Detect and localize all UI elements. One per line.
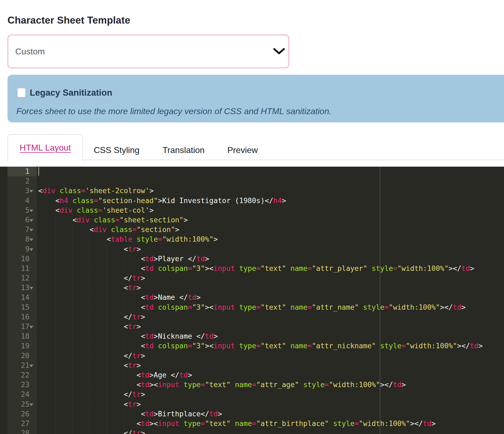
- indent-guide: [107, 361, 107, 370]
- gutter-line: 17: [7, 322, 37, 331]
- code-line[interactable]: </tr>: [38, 312, 504, 322]
- indent-guide: [107, 244, 107, 254]
- code-line[interactable]: </tr>: [38, 390, 504, 399]
- code-line[interactable]: <td colspan="3"><input type="text" name=…: [38, 341, 504, 351]
- code-editor[interactable]: 1234567891011121314151617181920212223242…: [0, 167, 504, 434]
- code-line[interactable]: <td><input type="text" name="attr_age" s…: [38, 380, 504, 390]
- code-line[interactable]: <tr>: [38, 322, 504, 331]
- fold-toggle-icon[interactable]: [29, 190, 33, 193]
- code-content[interactable]: <div class='sheet-2colrow'> <h4 class="s…: [38, 167, 504, 434]
- code-line[interactable]: <td>Player </td>: [38, 254, 504, 264]
- legacy-sanitization-checkbox[interactable]: [17, 88, 26, 98]
- code-line[interactable]: <td>Name </td>: [38, 293, 504, 302]
- indent-guide: [107, 370, 107, 380]
- gutter-line: 16: [7, 312, 37, 322]
- code-line[interactable]: <h4 class="section-head">Kid Investigato…: [38, 196, 504, 205]
- indent-guide: [55, 244, 56, 254]
- code-line[interactable]: </tr>: [38, 428, 504, 434]
- code-line[interactable]: </tr>: [38, 351, 504, 361]
- indent-guide: [73, 399, 73, 409]
- gutter-line: 28: [7, 428, 37, 434]
- fold-toggle-icon[interactable]: [29, 238, 33, 241]
- line-number: 2: [25, 176, 29, 186]
- line-number: 14: [21, 293, 29, 302]
- indent-guide: [107, 409, 107, 419]
- fold-toggle-icon[interactable]: [29, 403, 33, 406]
- line-number: 19: [21, 341, 29, 351]
- indent-guide: [73, 428, 73, 434]
- indent-guide: [107, 351, 107, 361]
- code-line[interactable]: <td><input type="text" name="attr_birthp…: [38, 419, 504, 428]
- line-number: 4: [25, 196, 29, 205]
- tab-html-layout-label: HTML Layout: [20, 143, 71, 153]
- tab-preview[interactable]: Preview: [227, 145, 258, 155]
- legacy-sanitization-description: Forces sheet to use the more limited leg…: [16, 106, 332, 116]
- code-line[interactable]: <tr>: [38, 283, 504, 293]
- code-line[interactable]: <div class='sheet-2colrow'>: [38, 186, 504, 196]
- code-line[interactable]: </tr>: [38, 273, 504, 283]
- indent-guide: [89, 234, 90, 244]
- legacy-sanitization-panel: Legacy Sanitization Forces sheet to use …: [7, 75, 504, 122]
- indent-guide: [107, 419, 107, 428]
- indent-guide: [73, 273, 73, 283]
- line-numbers: 1234567891011121314151617181920212223242…: [7, 167, 37, 434]
- fold-toggle-icon[interactable]: [29, 248, 33, 251]
- indent-guide: [124, 419, 124, 428]
- indent-guide: [107, 428, 107, 434]
- code-line[interactable]: <td>Nickname </td>: [38, 331, 504, 341]
- code-line[interactable]: <td>Age </td>: [38, 370, 504, 380]
- fold-toggle-icon[interactable]: [29, 326, 33, 328]
- code-line[interactable]: <table style="width:100%">: [38, 234, 504, 244]
- fold-toggle-icon[interactable]: [29, 365, 33, 367]
- fold-toggle-icon[interactable]: [29, 229, 33, 231]
- gutter-line: 14: [7, 293, 37, 302]
- indent-guide: [55, 273, 56, 283]
- code-line[interactable]: <div class='sheet-col'>: [38, 205, 504, 215]
- indent-guide: [55, 428, 56, 434]
- indent-guide: [89, 351, 90, 361]
- code-line[interactable]: [38, 176, 504, 186]
- indent-guide: [89, 361, 90, 370]
- code-line[interactable]: <td>Birthplace</td>: [38, 409, 504, 419]
- code-line[interactable]: <tr>: [38, 244, 504, 254]
- line-number: 6: [25, 215, 29, 225]
- indent-guide: [89, 302, 90, 312]
- indent-guide: [73, 283, 73, 293]
- indent-guide: [55, 293, 56, 302]
- indent-guide: [89, 293, 90, 302]
- indent-guide: [55, 312, 56, 322]
- indent-guide: [55, 234, 56, 244]
- indent-guide: [55, 361, 56, 370]
- code-line[interactable]: <tr>: [38, 361, 504, 370]
- tab-translation[interactable]: Translation: [163, 145, 205, 155]
- fold-toggle-icon[interactable]: [29, 287, 33, 290]
- indent-guide: [55, 380, 56, 390]
- indent-guide: [73, 264, 73, 273]
- code-line[interactable]: <td colspan="3"><input type="text" name=…: [38, 302, 504, 312]
- tab-css-styling[interactable]: CSS Styling: [94, 145, 140, 155]
- line-number: 11: [21, 264, 29, 273]
- indent-guide: [107, 264, 107, 273]
- line-number: 8: [25, 234, 29, 244]
- code-line[interactable]: [38, 167, 504, 176]
- indent-guide: [55, 390, 56, 399]
- indent-guide: [124, 370, 124, 380]
- code-line[interactable]: <tr>: [38, 399, 504, 409]
- indent-guide: [73, 293, 73, 302]
- indent-guide: [89, 322, 90, 331]
- code-line[interactable]: <td colspan="3"><input type="text" name=…: [38, 264, 504, 273]
- code-line[interactable]: <div class="section">: [38, 225, 504, 234]
- tab-html-layout[interactable]: HTML Layout: [7, 134, 83, 161]
- indent-guide: [89, 283, 90, 293]
- gutter-line: 11: [7, 264, 37, 273]
- template-select[interactable]: Custom: [7, 35, 289, 68]
- fold-toggle-icon[interactable]: [29, 219, 33, 222]
- line-number: 17: [21, 322, 29, 331]
- line-number: 7: [25, 225, 29, 234]
- indent-guide: [55, 341, 56, 351]
- code-line[interactable]: <div class="sheet-section">: [38, 215, 504, 225]
- gutter-line: 4: [7, 196, 37, 205]
- indent-guide: [124, 409, 124, 419]
- text-cursor: [38, 167, 39, 176]
- fold-toggle-icon[interactable]: [29, 209, 33, 212]
